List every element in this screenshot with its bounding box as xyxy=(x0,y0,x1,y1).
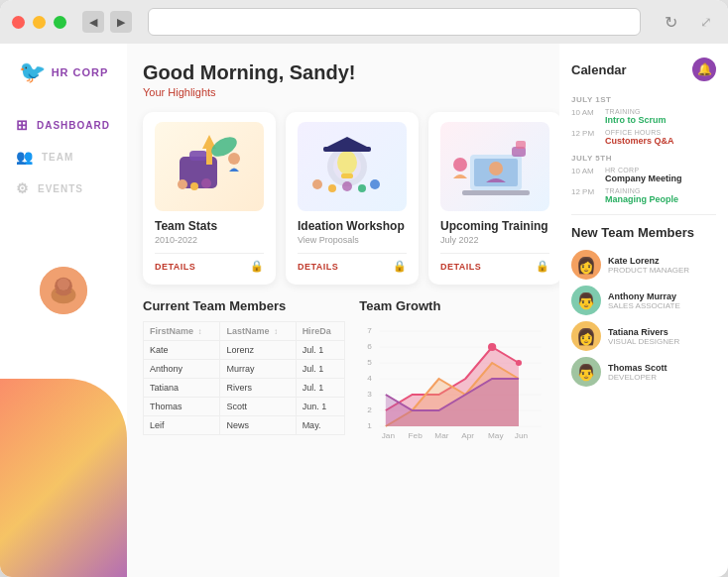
svg-text:Apr: Apr xyxy=(461,431,474,440)
notification-bell[interactable]: 🔔 xyxy=(692,58,716,81)
member-role: PRODUCT MANAGER xyxy=(608,266,689,275)
logo-text: HR CORP xyxy=(52,66,109,78)
card-footer-teamstats: DETAILS 🔒 xyxy=(155,253,264,273)
fullscreen-icon[interactable]: ⤢ xyxy=(696,12,716,32)
svg-point-20 xyxy=(328,184,336,192)
svg-point-21 xyxy=(342,181,352,191)
card-illustration-teamstats xyxy=(155,122,264,211)
member-name: Thomas Scott xyxy=(608,363,667,373)
sidebar-background-blob xyxy=(0,379,127,577)
member-avatar: 👩 xyxy=(571,321,601,351)
events-icon: ⚙ xyxy=(16,180,30,196)
svg-point-12 xyxy=(201,178,211,188)
member-role: DEVELOPER xyxy=(608,373,667,382)
member-avatar: 👨 xyxy=(571,286,601,315)
table-row[interactable]: TatianaRiversJul. 1 xyxy=(144,379,345,398)
card-sub-ideation: View Proposals xyxy=(298,235,407,245)
svg-text:Jan: Jan xyxy=(382,431,395,440)
member-item[interactable]: 👩Kate LorenzPRODUCT MANAGER xyxy=(571,250,716,280)
calendar-event[interactable]: 10 AMTRAININGIntro to Scrum xyxy=(571,108,716,125)
calendar-date: JULY 1ST xyxy=(571,95,716,104)
member-item[interactable]: 👨Anthony MurraySALES ASSOCIATE xyxy=(571,286,716,315)
user-name: Sandy Anderson xyxy=(28,323,98,333)
svg-text:7: 7 xyxy=(368,326,373,335)
settings-label: SETTINGS xyxy=(45,362,97,372)
forward-arrow[interactable]: ▶ xyxy=(110,11,132,33)
url-bar[interactable] xyxy=(148,8,641,36)
svg-text:Jun: Jun xyxy=(515,431,528,440)
cards-row: Team Stats 2010-2022 DETAILS 🔒 xyxy=(143,112,544,285)
svg-text:2: 2 xyxy=(368,405,373,414)
col-hiredate[interactable]: HireDa xyxy=(296,322,345,341)
svg-text:6: 6 xyxy=(368,342,373,351)
card-sub-teamstats: 2010-2022 xyxy=(155,235,264,245)
new-members-title: New Team Members xyxy=(571,225,716,240)
col-firstname[interactable]: FirstName ↕ xyxy=(144,322,220,341)
card-upcoming-training: Upcoming Training July 2022 DETAILS 🔒 xyxy=(428,112,559,285)
minimize-button[interactable] xyxy=(33,16,46,29)
svg-point-11 xyxy=(190,182,198,190)
sidebar-item-label-team: TEAM xyxy=(42,152,73,163)
center-content: Good Morning, Sandy! Your Highlights xyxy=(127,44,559,577)
calendar-event[interactable]: 12 PMOFFICE HOURSCustomers Q&A xyxy=(571,129,716,146)
calendar-event[interactable]: 12 PMTRAININGManaging People xyxy=(571,187,716,204)
member-name: Kate Lorenz xyxy=(608,256,689,266)
member-item[interactable]: 👩Tatiana RiversVISUAL DESIGNER xyxy=(571,321,716,351)
table-row[interactable]: AnthonyMurrayJul. 1 xyxy=(144,360,345,379)
calendar-title: Calendar xyxy=(571,62,627,77)
bottom-row: Current Team Members FirstName ↕ LastNam… xyxy=(143,298,544,440)
user-profile-section: Sandy Anderson UX DESIGN LEAD xyxy=(28,264,98,350)
member-role: SALES ASSOCIATE xyxy=(608,301,680,310)
table-row[interactable]: KateLorenzJul. 1 xyxy=(144,341,345,360)
logo-bird-icon: 🐦 xyxy=(19,59,46,85)
sidebar-item-events[interactable]: ⚙ EVENTS xyxy=(0,173,127,204)
sidebar-item-dashboard[interactable]: ⊞ DASHBOARD xyxy=(0,109,127,141)
member-name: Tatiana Rivers xyxy=(608,327,679,337)
settings-icon: ⚙ xyxy=(30,362,39,372)
close-button[interactable] xyxy=(12,16,25,29)
member-item[interactable]: 👨Thomas ScottDEVELOPER xyxy=(571,357,716,387)
svg-text:1: 1 xyxy=(368,421,373,430)
settings-button[interactable]: ⚙ SETTINGS xyxy=(14,354,113,380)
card-footer-training: DETAILS 🔒 xyxy=(440,253,549,273)
svg-point-28 xyxy=(453,158,467,172)
table-row[interactable]: LeifNewsMay. xyxy=(144,416,345,435)
app-window: ◀ ▶ ↻ ⤢ 🐦 HR CORP ⊞ DASHBOARD 👥 xyxy=(0,0,728,577)
user-role: UX DESIGN LEAD xyxy=(30,333,96,342)
card-footer-ideation: DETAILS 🔒 xyxy=(298,253,407,273)
svg-text:3: 3 xyxy=(368,390,373,399)
greeting-subtitle: Your Highlights xyxy=(143,86,544,98)
card-details-training[interactable]: DETAILS xyxy=(440,262,481,272)
sidebar-item-team[interactable]: 👥 TEAM xyxy=(0,141,127,173)
card-title-training: Upcoming Training xyxy=(440,219,549,233)
sidebar-item-label-events: EVENTS xyxy=(38,183,83,194)
svg-point-19 xyxy=(312,179,322,189)
calendar-events: JULY 1ST10 AMTRAININGIntro to Scrum12 PM… xyxy=(571,91,716,204)
svg-rect-6 xyxy=(189,151,207,161)
calendar-event[interactable]: 10 AMHR CORPCompany Meeting xyxy=(571,167,716,183)
refresh-button[interactable]: ↻ xyxy=(657,8,684,36)
team-table-section: Current Team Members FirstName ↕ LastNam… xyxy=(143,298,345,440)
svg-rect-30 xyxy=(516,141,526,149)
card-details-ideation[interactable]: DETAILS xyxy=(298,262,338,272)
svg-text:Mar: Mar xyxy=(435,431,449,440)
card-team-stats: Team Stats 2010-2022 DETAILS 🔒 xyxy=(143,112,276,285)
card-details-teamstats[interactable]: DETAILS xyxy=(155,262,195,272)
team-growth-section: Team Growth 7 6 5 4 3 2 1 xyxy=(359,298,544,440)
card-illustration-training xyxy=(440,122,549,211)
svg-point-48 xyxy=(488,343,496,351)
title-bar: ◀ ▶ ↻ ⤢ xyxy=(0,0,728,44)
main-layout: 🐦 HR CORP ⊞ DASHBOARD 👥 TEAM ⚙ EVENTS xyxy=(0,44,728,577)
lock-icon-training: 🔒 xyxy=(536,260,549,273)
col-lastname[interactable]: LastName ↕ xyxy=(220,322,296,341)
card-title-teamstats: Team Stats xyxy=(155,219,264,233)
svg-text:Feb: Feb xyxy=(409,431,424,440)
table-row[interactable]: ThomasScottJun. 1 xyxy=(144,398,345,416)
member-list: 👩Kate LorenzPRODUCT MANAGER👨Anthony Murr… xyxy=(571,250,716,387)
card-ideation-workshop: Ideation Workshop View Proposals DETAILS… xyxy=(286,112,419,285)
right-panel: Calendar 🔔 JULY 1ST10 AMTRAININGIntro to… xyxy=(559,44,728,577)
back-arrow[interactable]: ◀ xyxy=(82,11,104,33)
svg-text:4: 4 xyxy=(368,374,373,383)
svg-point-4 xyxy=(58,279,69,290)
maximize-button[interactable] xyxy=(54,16,66,29)
